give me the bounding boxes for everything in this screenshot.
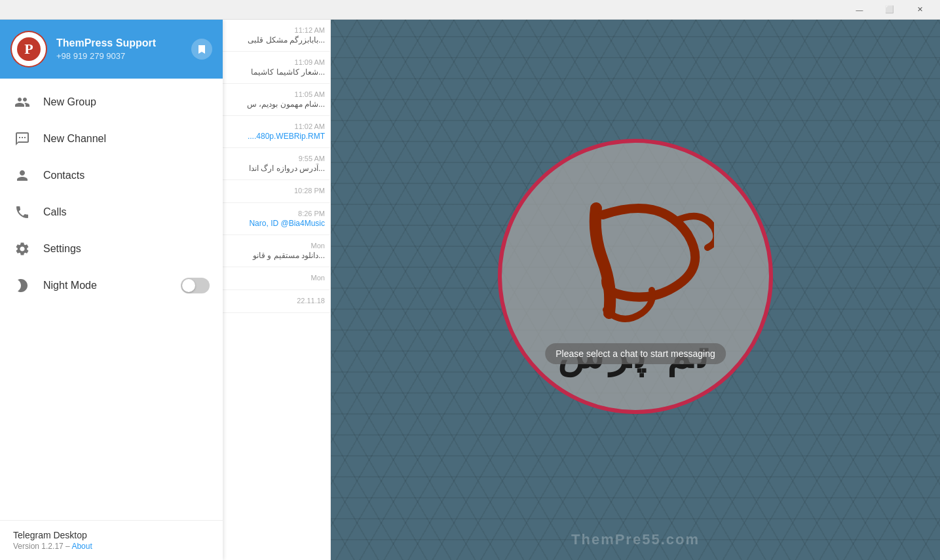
chat-item[interactable]: 22.11.18 [223,290,330,313]
moon-icon [13,276,31,295]
chat-preview: ...شعار کاشیما کاشیما [228,67,325,77]
chat-item[interactable]: 11:05 AM ...شام مهمون بودیم، س [223,84,330,116]
logo-circle: تم پرس Please select a chat to start mes… [498,139,773,414]
chat-item[interactable]: Mon ...دانلود مستقیم و قانو [223,235,330,267]
user-info: ThemPress Support +98 919 279 9037 [56,37,182,61]
chat-time: 9:55 AM [228,155,325,162]
calls-label: Calls [43,206,210,218]
chat-time: Mon [228,274,325,282]
chat-item[interactable]: 11:12 AM ...بابابزرگم مشکل قلبی [223,20,330,52]
chat-time: 11:12 AM [228,26,325,34]
main-content: تم پرس Please select a chat to start mes… [331,20,940,560]
titlebar: — ⬜ ✕ [0,0,940,20]
app-name: Telegram Desktop [13,530,210,540]
logo-container: تم پرس Please select a chat to start mes… [498,139,773,414]
chat-time: 11:05 AM [228,90,325,98]
user-name: ThemPress Support [56,37,182,49]
chat-item[interactable]: Mon [223,267,330,290]
chat-time: 10:28 PM [228,187,325,195]
sidebar-item-settings[interactable]: Settings [0,231,223,267]
sidebar-item-new-group[interactable]: New Group [0,84,223,121]
chat-item[interactable]: 11:09 AM ...شعار کاشیما کاشیما [223,52,330,84]
maximize-button[interactable]: ⬜ [874,0,905,20]
new-group-label: New Group [43,96,210,108]
close-button[interactable]: ✕ [905,0,935,20]
sidebar-item-new-channel[interactable]: New Channel [0,121,223,157]
main-container: P ThemPress Support +98 919 279 9037 [0,20,940,560]
app-version: Version 1.2.17 – About [13,542,210,551]
settings-icon [13,240,31,258]
sidebar-item-calls[interactable]: Calls [0,194,223,231]
chat-item[interactable]: 8:26 PM Naro, ID @Bia4Music [223,203,330,235]
sidebar-header: P ThemPress Support +98 919 279 9037 [0,20,223,79]
chat-preview: ...آدرس دروازه ارگ اندا [228,164,325,173]
phone-icon [13,203,31,221]
sidebar: P ThemPress Support +98 919 279 9037 [0,20,223,560]
chat-time: Mon [228,242,325,250]
minimize-button[interactable]: — [844,0,874,20]
settings-label: Settings [43,243,210,255]
svg-text:P: P [24,41,33,57]
contacts-label: Contacts [43,170,210,181]
chat-preview: ...شام مهمون بودیم، س [228,100,325,109]
chat-preview: ...دانلود مستقیم و قانو [228,251,325,260]
chat-time: 8:26 PM [228,210,325,217]
group-icon [13,93,31,111]
chat-preview: ...بابابزرگم مشکل قلبی [228,35,325,45]
chat-list-panel: 11:12 AM ...بابابزرگم مشکل قلبی 11:09 AM… [223,20,331,560]
sidebar-item-night-mode[interactable]: Night Mode [0,267,223,304]
chat-time: 22.11.18 [228,297,325,305]
watermark: ThemPre55.com [571,531,700,548]
user-phone: +98 919 279 9037 [56,51,182,61]
chat-preview: Naro, ID @Bia4Music [228,219,325,228]
night-mode-toggle[interactable] [181,278,210,293]
select-chat-message: Please select a chat to start messaging [545,343,726,364]
chat-item[interactable]: 9:55 AM ...آدرس دروازه ارگ اندا [223,148,330,180]
chat-item[interactable]: 10:28 PM [223,180,330,203]
night-mode-label: Night Mode [43,280,169,291]
channel-icon [13,130,31,148]
bookmark-button[interactable] [191,39,212,60]
avatar: P [10,31,47,67]
contacts-icon [13,166,31,185]
chat-time: 11:02 AM [228,122,325,130]
about-link[interactable]: About [71,542,92,551]
new-channel-label: New Channel [43,133,210,145]
logo-p-icon [550,176,721,346]
avatar-initials: P [12,32,46,66]
chat-item[interactable]: 11:02 AM 480p.WEBRip.RMT.... [223,116,330,148]
sidebar-item-contacts[interactable]: Contacts [0,157,223,194]
chat-time: 11:09 AM [228,58,325,66]
sidebar-menu: New Group New Channel Contacts [0,79,223,520]
sidebar-footer: Telegram Desktop Version 1.2.17 – About [0,520,223,560]
chat-preview: 480p.WEBRip.RMT.... [228,132,325,141]
